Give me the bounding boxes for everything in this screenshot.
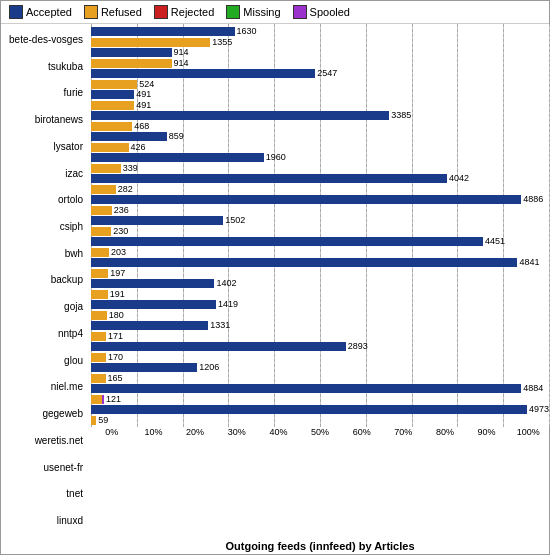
- accepted-bar-linuxd: [91, 405, 527, 414]
- y-label-izac: izac: [5, 168, 87, 179]
- bar-row-ortolo: 1960339: [91, 152, 549, 173]
- legend-accepted: Accepted: [9, 5, 72, 19]
- bar-row-bwh: 4886236: [91, 194, 549, 215]
- x-tick-10: 100%: [507, 427, 549, 538]
- refused-bar-bete-des-vosges: [91, 38, 210, 47]
- bar-row-gegeweb: 1331171: [91, 320, 549, 341]
- refused-label-csiph: 282: [118, 184, 133, 194]
- rejected-label: Rejected: [171, 6, 214, 18]
- refused-label-izac: 426: [131, 142, 146, 152]
- accepted-bar-ortolo: [91, 153, 264, 162]
- spooled-label: Spooled: [310, 6, 350, 18]
- refused-bar-gegeweb: [91, 332, 106, 341]
- accepted-label-tnet: 4884: [523, 383, 543, 393]
- bar-row-niel.me: 1419180: [91, 299, 549, 320]
- x-tick-3: 30%: [216, 427, 258, 538]
- refused-label-furie: 524: [139, 79, 154, 89]
- y-label-niel.me: niel.me: [5, 381, 87, 392]
- bar-row-bete-des-vosges: 16301355: [91, 26, 549, 47]
- y-label-tsukuba: tsukuba: [5, 61, 87, 72]
- refused-bar-nntp4: [91, 269, 108, 278]
- refused-bar-tnet: [91, 395, 102, 404]
- bar-row-tnet: 4884121: [91, 383, 549, 404]
- accepted-label-linuxd: 4973: [529, 404, 549, 414]
- x-axis-ticks: 0%10%20%30%40%50%60%70%80%90%100%: [91, 427, 549, 538]
- accepted-label-bwh: 4886: [523, 194, 543, 204]
- bar-row-furie: 2547524: [91, 68, 549, 89]
- chart-area: bete-des-vosgestsukubafuriebirotanewslys…: [1, 24, 549, 554]
- y-label-tnet: tnet: [5, 488, 87, 499]
- y-label-weretis.net: weretis.net: [5, 435, 87, 446]
- y-label-nntp4: nntp4: [5, 328, 87, 339]
- refused-label-backup: 230: [113, 226, 128, 236]
- accepted-bar-backup: [91, 216, 223, 225]
- refused-bar-linuxd: [91, 416, 96, 425]
- refused-bar-weretis.net: [91, 353, 106, 362]
- accepted-bar-furie: [91, 69, 315, 78]
- spooled-bar-tnet: [102, 395, 104, 404]
- refused-bar-ortolo: [91, 164, 121, 173]
- missing-icon: [226, 5, 240, 19]
- bar-row-backup: 1502230: [91, 215, 549, 236]
- refused-icon: [84, 5, 98, 19]
- legend-refused: Refused: [84, 5, 142, 19]
- x-tick-0: 0%: [91, 427, 133, 538]
- chart-container: Accepted Refused Rejected Missing Spoole…: [0, 0, 550, 555]
- accepted-label-gegeweb: 1331: [210, 320, 230, 330]
- accepted-label-weretis.net: 2893: [348, 341, 368, 351]
- refused-bar-niel.me: [91, 311, 107, 320]
- refused-label-niel.me: 180: [109, 310, 124, 320]
- x-tick-4: 40%: [258, 427, 300, 538]
- bar-row-birotanews: 491491: [91, 89, 549, 110]
- accepted-icon: [9, 5, 23, 19]
- refused-label-weretis.net: 170: [108, 352, 123, 362]
- refused-label: Refused: [101, 6, 142, 18]
- x-tick-8: 80%: [424, 427, 466, 538]
- bar-row-usenet-fr: 1206165: [91, 362, 549, 383]
- refused-label-ortolo: 339: [123, 163, 138, 173]
- refused-bar-izac: [91, 143, 129, 152]
- accepted-bar-csiph: [91, 174, 447, 183]
- bar-row-weretis.net: 2893170: [91, 341, 549, 362]
- bar-row-csiph: 4042282: [91, 173, 549, 194]
- accepted-label: Accepted: [26, 6, 72, 18]
- accepted-bar-gegeweb: [91, 321, 208, 330]
- y-label-furie: furie: [5, 87, 87, 98]
- accepted-bar-nntp4: [91, 258, 517, 267]
- refused-bar-goja: [91, 248, 109, 257]
- y-label-bwh: bwh: [5, 248, 87, 259]
- accepted-bar-bwh: [91, 195, 521, 204]
- refused-label-usenet-fr: 165: [108, 373, 123, 383]
- accepted-label-birotanews: 491: [136, 89, 151, 99]
- accepted-bar-niel.me: [91, 300, 216, 309]
- accepted-bar-usenet-fr: [91, 363, 197, 372]
- bar-row-nntp4: 4841197: [91, 257, 549, 278]
- spooled-icon: [293, 5, 307, 19]
- refused-label-tnet: 121: [106, 394, 121, 404]
- refused-bar-backup: [91, 227, 111, 236]
- refused-label-linuxd: 59: [98, 415, 108, 425]
- refused-label-glou: 191: [110, 289, 125, 299]
- x-tick-7: 70%: [382, 427, 424, 538]
- accepted-label-backup: 1502: [225, 215, 245, 225]
- accepted-bar-glou: [91, 279, 214, 288]
- legend-spooled: Spooled: [293, 5, 350, 19]
- x-tick-6: 60%: [341, 427, 383, 538]
- accepted-bar-bete-des-vosges: [91, 27, 235, 36]
- y-label-lysator: lysator: [5, 141, 87, 152]
- legend-missing: Missing: [226, 5, 280, 19]
- accepted-bar-goja: [91, 237, 483, 246]
- refused-bar-lysator: [91, 122, 132, 131]
- accepted-label-csiph: 4042: [449, 173, 469, 183]
- rejected-icon: [154, 5, 168, 19]
- refused-bar-usenet-fr: [91, 374, 106, 383]
- accepted-bar-tsukuba: [91, 48, 172, 57]
- x-tick-1: 10%: [133, 427, 175, 538]
- legend: Accepted Refused Rejected Missing Spoole…: [1, 1, 549, 24]
- x-tick-5: 50%: [299, 427, 341, 538]
- refused-label-birotanews: 491: [136, 100, 151, 110]
- y-axis-labels: bete-des-vosgestsukubafuriebirotanewslys…: [1, 24, 91, 554]
- y-label-csiph: csiph: [5, 221, 87, 232]
- refused-label-nntp4: 197: [110, 268, 125, 278]
- accepted-bar-weretis.net: [91, 342, 346, 351]
